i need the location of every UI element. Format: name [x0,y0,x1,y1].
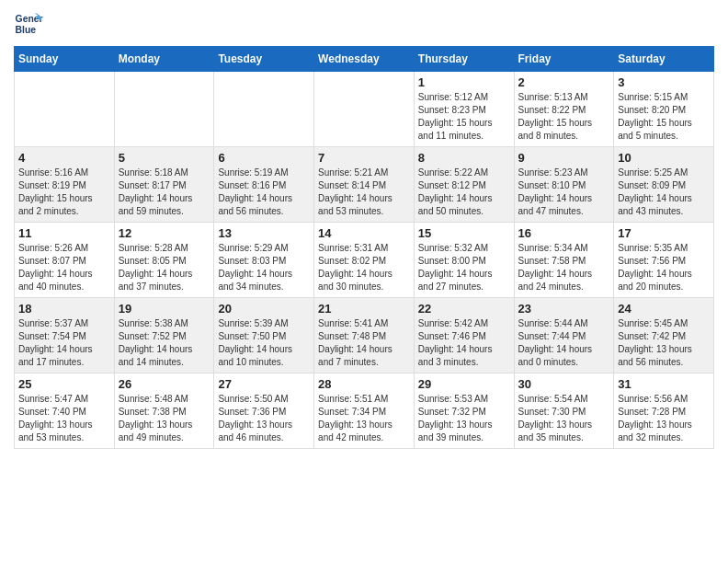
day-cell: 10Sunrise: 5:25 AM Sunset: 8:09 PM Dayli… [614,147,714,223]
day-number: 3 [618,75,710,89]
day-cell: 14Sunrise: 5:31 AM Sunset: 8:02 PM Dayli… [314,223,415,298]
day-cell: 7Sunrise: 5:21 AM Sunset: 8:14 PM Daylig… [314,147,415,223]
day-number: 13 [218,226,310,240]
day-info: Sunrise: 5:28 AM Sunset: 8:05 PM Dayligh… [119,242,210,293]
day-cell: 5Sunrise: 5:18 AM Sunset: 8:17 PM Daylig… [114,147,214,223]
day-number: 31 [618,377,710,391]
day-number: 14 [318,226,410,240]
day-cell: 20Sunrise: 5:39 AM Sunset: 7:50 PM Dayli… [214,298,314,373]
day-info: Sunrise: 5:22 AM Sunset: 8:12 PM Dayligh… [418,167,510,218]
week-row-0: 1Sunrise: 5:12 AM Sunset: 8:23 PM Daylig… [15,72,714,147]
day-cell: 15Sunrise: 5:32 AM Sunset: 8:00 PM Dayli… [414,223,514,298]
header: General Blue [14,9,714,39]
day-cell: 3Sunrise: 5:15 AM Sunset: 8:20 PM Daylig… [614,72,714,147]
day-number: 5 [119,151,210,165]
day-number: 4 [18,151,110,165]
day-info: Sunrise: 5:54 AM Sunset: 7:30 PM Dayligh… [518,393,610,444]
week-row-3: 18Sunrise: 5:37 AM Sunset: 7:54 PM Dayli… [15,298,714,373]
day-cell: 12Sunrise: 5:28 AM Sunset: 8:05 PM Dayli… [114,223,214,298]
day-cell: 2Sunrise: 5:13 AM Sunset: 8:22 PM Daylig… [514,72,614,147]
logo-icon: General Blue [14,9,43,39]
day-number: 8 [418,151,510,165]
day-cell: 11Sunrise: 5:26 AM Sunset: 8:07 PM Dayli… [15,223,115,298]
day-cell: 29Sunrise: 5:53 AM Sunset: 7:32 PM Dayli… [414,373,514,449]
header-cell-monday: Monday [114,47,214,72]
day-info: Sunrise: 5:12 AM Sunset: 8:23 PM Dayligh… [418,91,510,143]
day-cell [114,72,214,147]
day-cell: 21Sunrise: 5:41 AM Sunset: 7:48 PM Dayli… [314,298,415,373]
day-cell: 17Sunrise: 5:35 AM Sunset: 7:56 PM Dayli… [614,223,714,298]
day-number: 30 [518,377,610,391]
day-number: 1 [418,75,510,89]
day-number: 22 [418,302,510,316]
day-cell: 8Sunrise: 5:22 AM Sunset: 8:12 PM Daylig… [414,147,514,223]
day-cell: 31Sunrise: 5:56 AM Sunset: 7:28 PM Dayli… [614,373,714,449]
day-number: 7 [318,151,410,165]
day-cell: 9Sunrise: 5:23 AM Sunset: 8:10 PM Daylig… [514,147,614,223]
week-row-4: 25Sunrise: 5:47 AM Sunset: 7:40 PM Dayli… [15,373,714,449]
day-info: Sunrise: 5:50 AM Sunset: 7:36 PM Dayligh… [218,393,310,444]
day-info: Sunrise: 5:51 AM Sunset: 7:34 PM Dayligh… [318,393,410,444]
day-cell: 26Sunrise: 5:48 AM Sunset: 7:38 PM Dayli… [114,373,214,449]
day-cell: 13Sunrise: 5:29 AM Sunset: 8:03 PM Dayli… [214,223,314,298]
calendar-table: SundayMondayTuesdayWednesdayThursdayFrid… [14,46,714,449]
day-info: Sunrise: 5:39 AM Sunset: 7:50 PM Dayligh… [218,317,310,369]
day-info: Sunrise: 5:34 AM Sunset: 7:58 PM Dayligh… [518,242,610,293]
day-info: Sunrise: 5:38 AM Sunset: 7:52 PM Dayligh… [119,317,210,369]
day-cell: 4Sunrise: 5:16 AM Sunset: 8:19 PM Daylig… [15,147,115,223]
day-number: 25 [18,377,110,391]
day-cell [314,72,415,147]
day-info: Sunrise: 5:48 AM Sunset: 7:38 PM Dayligh… [119,393,210,444]
header-cell-sunday: Sunday [15,47,115,72]
day-info: Sunrise: 5:32 AM Sunset: 8:00 PM Dayligh… [418,242,510,293]
day-info: Sunrise: 5:18 AM Sunset: 8:17 PM Dayligh… [119,167,210,218]
day-cell: 22Sunrise: 5:42 AM Sunset: 7:46 PM Dayli… [414,298,514,373]
day-number: 15 [418,226,510,240]
day-info: Sunrise: 5:21 AM Sunset: 8:14 PM Dayligh… [318,167,410,218]
day-cell: 30Sunrise: 5:54 AM Sunset: 7:30 PM Dayli… [514,373,614,449]
week-row-1: 4Sunrise: 5:16 AM Sunset: 8:19 PM Daylig… [15,147,714,223]
day-info: Sunrise: 5:56 AM Sunset: 7:28 PM Dayligh… [618,393,710,444]
day-number: 2 [518,75,610,89]
day-cell: 27Sunrise: 5:50 AM Sunset: 7:36 PM Dayli… [214,373,314,449]
day-number: 9 [518,151,610,165]
day-cell [214,72,314,147]
day-number: 26 [119,377,210,391]
day-info: Sunrise: 5:42 AM Sunset: 7:46 PM Dayligh… [418,317,510,369]
day-info: Sunrise: 5:26 AM Sunset: 8:07 PM Dayligh… [18,242,110,293]
day-info: Sunrise: 5:13 AM Sunset: 8:22 PM Dayligh… [518,91,610,143]
day-number: 16 [518,226,610,240]
day-info: Sunrise: 5:19 AM Sunset: 8:16 PM Dayligh… [218,167,310,218]
day-info: Sunrise: 5:41 AM Sunset: 7:48 PM Dayligh… [318,317,410,369]
day-cell: 23Sunrise: 5:44 AM Sunset: 7:44 PM Dayli… [514,298,614,373]
day-cell: 25Sunrise: 5:47 AM Sunset: 7:40 PM Dayli… [15,373,115,449]
day-info: Sunrise: 5:45 AM Sunset: 7:42 PM Dayligh… [618,317,710,369]
day-info: Sunrise: 5:37 AM Sunset: 7:54 PM Dayligh… [18,317,110,369]
day-number: 17 [618,226,710,240]
day-number: 29 [418,377,510,391]
day-info: Sunrise: 5:25 AM Sunset: 8:09 PM Dayligh… [618,167,710,218]
day-cell: 28Sunrise: 5:51 AM Sunset: 7:34 PM Dayli… [314,373,415,449]
day-info: Sunrise: 5:44 AM Sunset: 7:44 PM Dayligh… [518,317,610,369]
day-number: 21 [318,302,410,316]
day-number: 28 [318,377,410,391]
calendar-header-row: SundayMondayTuesdayWednesdayThursdayFrid… [15,47,714,72]
day-info: Sunrise: 5:16 AM Sunset: 8:19 PM Dayligh… [18,167,110,218]
svg-text:Blue: Blue [16,25,37,35]
day-number: 11 [18,226,110,240]
header-cell-wednesday: Wednesday [314,47,415,72]
day-number: 27 [218,377,310,391]
day-number: 6 [218,151,310,165]
header-cell-friday: Friday [514,47,614,72]
header-cell-tuesday: Tuesday [214,47,314,72]
day-cell: 19Sunrise: 5:38 AM Sunset: 7:52 PM Dayli… [114,298,214,373]
day-number: 24 [618,302,710,316]
day-number: 23 [518,302,610,316]
day-info: Sunrise: 5:31 AM Sunset: 8:02 PM Dayligh… [318,242,410,293]
header-cell-thursday: Thursday [414,47,514,72]
day-cell: 18Sunrise: 5:37 AM Sunset: 7:54 PM Dayli… [15,298,115,373]
week-row-2: 11Sunrise: 5:26 AM Sunset: 8:07 PM Dayli… [15,223,714,298]
day-cell [15,72,115,147]
logo: General Blue [14,9,43,39]
day-info: Sunrise: 5:23 AM Sunset: 8:10 PM Dayligh… [518,167,610,218]
